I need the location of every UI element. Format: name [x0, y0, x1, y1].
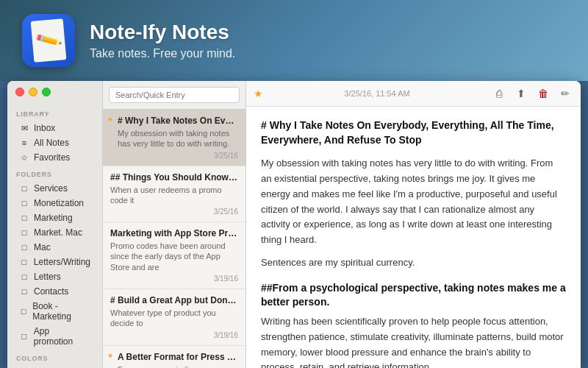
- sidebar-item-label: Monetization: [34, 198, 84, 208]
- folder-icon: □: [19, 243, 29, 252]
- note-preview: Whatever type of product you decide to: [110, 308, 238, 329]
- minimize-button[interactable]: [29, 88, 37, 96]
- notes-list: ★ # Why I Take Notes On Everybody, E... …: [103, 81, 246, 368]
- title-bar: [10, 83, 57, 101]
- editor-date: 3/25/16, 11:54 AM: [269, 89, 485, 98]
- sidebar-item-mac[interactable]: □ Mac: [10, 240, 99, 255]
- sidebar-item-label: Book - Marketing: [32, 301, 90, 322]
- folders-header: FOLDERS: [7, 165, 102, 181]
- note-date: 3/19/16: [110, 331, 238, 339]
- sidebar-item-label: Mac: [34, 242, 51, 252]
- editor-section-title: ##From a psychological perspective, taki…: [261, 281, 566, 310]
- sidebar-item-label: All Notes: [34, 138, 69, 148]
- star-icon: ★: [107, 116, 113, 123]
- note-title: Marketing with App Store Promo Co...: [110, 228, 238, 238]
- list-item[interactable]: # Build a Great App but Don't Forget... …: [103, 289, 245, 346]
- sidebar: LIBRARY ✉ Inbox ≡ All Notes ☆ Favorites …: [7, 81, 103, 368]
- sidebar-item-market-mac[interactable]: □ Market. Mac: [10, 225, 99, 240]
- delete-button[interactable]: 🗑: [535, 85, 551, 102]
- folder-icon: □: [19, 199, 29, 208]
- export-button[interactable]: ⬆: [513, 85, 529, 102]
- allnotes-icon: ≡: [19, 138, 29, 147]
- sidebar-item-contacts[interactable]: □ Contacts: [10, 284, 99, 299]
- edit-button[interactable]: ✏: [557, 85, 573, 102]
- sidebar-item-app-promotion[interactable]: □ App promotion: [10, 324, 99, 349]
- editor-title: # Why I Take Notes On Everybody, Everyth…: [261, 118, 566, 147]
- sidebar-item-letters[interactable]: □ Letters: [10, 269, 99, 284]
- library-header: LIBRARY: [7, 105, 102, 121]
- sidebar-item-label: Contacts: [34, 286, 68, 297]
- folder-icon: □: [19, 213, 29, 222]
- list-item[interactable]: Marketing with App Store Promo Co... Pro…: [103, 222, 245, 289]
- sidebar-item-label: Marketing: [34, 213, 73, 223]
- star-icon[interactable]: ★: [254, 88, 263, 99]
- app-icon: [22, 14, 75, 67]
- folder-icon: □: [19, 258, 29, 266]
- editor-paragraph: My obsession with taking notes has very …: [261, 156, 566, 248]
- note-date: 3/25/16: [110, 152, 238, 160]
- folder-icon: □: [19, 184, 29, 193]
- sidebar-item-monetization[interactable]: □ Monetization: [10, 196, 99, 210]
- editor-toolbar: ★ 3/25/16, 11:54 AM ⎙ ⬆ 🗑 ✏: [246, 81, 581, 107]
- colors-header: COLORS: [7, 349, 102, 365]
- star-icon: ★: [107, 352, 113, 359]
- sidebar-item-marketing[interactable]: □ Marketing: [10, 210, 99, 225]
- sidebar-item-allnotes[interactable]: ≡ All Notes: [10, 135, 99, 150]
- note-preview: My obsession with taking notes has very …: [110, 128, 238, 149]
- sidebar-item-inbox[interactable]: ✉ Inbox: [10, 121, 99, 135]
- editor-pane: ★ 3/25/16, 11:54 AM ⎙ ⬆ 🗑 ✏ # Why I Take…: [246, 81, 581, 368]
- sidebar-item-white[interactable]: White: [10, 365, 99, 368]
- app-tagline: Take notes. Free your mind.: [90, 47, 235, 60]
- sidebar-item-label: Letters/Writing: [34, 257, 90, 267]
- note-date: 3/25/16: [110, 208, 238, 216]
- sidebar-item-label: App promotion: [34, 326, 90, 347]
- note-title: # Build a Great App but Don't Forget...: [110, 295, 238, 305]
- sidebar-item-label: Favorites: [34, 152, 70, 163]
- list-item[interactable]: ★ # Why I Take Notes On Everybody, E... …: [103, 110, 245, 166]
- note-preview: For many years indie app developers have…: [110, 364, 238, 368]
- close-button[interactable]: [15, 88, 24, 96]
- note-preview: Promo codes have been around since the e…: [110, 241, 238, 272]
- editor-paragraph: Sentences are my spiritual currency.: [261, 255, 566, 271]
- app-title: Note-Ify Notes: [90, 21, 235, 44]
- sidebar-item-label: Market. Mac: [34, 227, 82, 238]
- maximize-button[interactable]: [42, 88, 51, 96]
- editor-body: My obsession with taking notes has very …: [261, 156, 566, 368]
- sidebar-item-label: Letters: [34, 272, 61, 282]
- sidebar-item-book-marketing[interactable]: □ Book - Marketing: [10, 299, 99, 324]
- note-preview: When a user redeems a promo code it: [110, 185, 238, 206]
- favorites-icon: ☆: [19, 153, 29, 163]
- folder-icon: □: [19, 307, 28, 316]
- sidebar-item-label: Inbox: [34, 123, 55, 133]
- sidebar-item-label: Services: [34, 183, 68, 194]
- note-title: ## Things You Should Know about Pr...: [110, 172, 238, 183]
- search-bar: [103, 81, 245, 110]
- search-input[interactable]: [109, 87, 240, 103]
- note-title: # Why I Take Notes On Everybody, E...: [110, 116, 238, 126]
- folder-icon: □: [19, 228, 29, 237]
- sidebar-item-letters-writing[interactable]: □ Letters/Writing: [10, 255, 99, 269]
- note-title: A Better Format for Press Kits: [110, 352, 238, 362]
- header-text: Note-Ify Notes Take notes. Free your min…: [90, 21, 235, 60]
- app-window: LIBRARY ✉ Inbox ≡ All Notes ☆ Favorites …: [7, 81, 581, 368]
- list-item[interactable]: ★ A Better Format for Press Kits For man…: [103, 346, 245, 368]
- editor-content: # Why I Take Notes On Everybody, Everyth…: [246, 107, 581, 368]
- header-banner: Note-Ify Notes Take notes. Free your min…: [0, 0, 588, 81]
- note-date: 3/19/16: [110, 275, 238, 283]
- list-item[interactable]: ## Things You Should Know about Pr... Wh…: [103, 166, 245, 223]
- inbox-icon: ✉: [19, 124, 29, 133]
- editor-paragraph: Writing has been scientifically proven t…: [261, 314, 566, 368]
- folder-icon: □: [19, 272, 29, 281]
- folder-icon: □: [19, 287, 29, 296]
- sidebar-item-favorites[interactable]: ☆ Favorites: [10, 150, 99, 165]
- share-button[interactable]: ⎙: [491, 85, 507, 102]
- sidebar-item-notes[interactable]: □ Services: [10, 181, 99, 196]
- folder-icon: □: [19, 332, 29, 341]
